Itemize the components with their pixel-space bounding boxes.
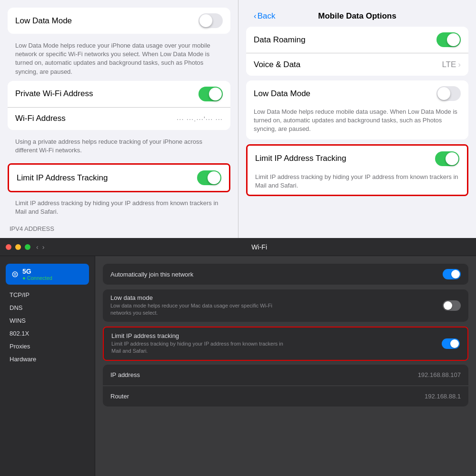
mac-minimize-button[interactable]: [15, 244, 21, 250]
mac-sidebar-item-8021x[interactable]: 802.1X: [0, 327, 95, 340]
ios-right-data-roaming-toggle-thumb: [447, 33, 460, 46]
ios-left-low-data-toggle[interactable]: [198, 13, 223, 28]
ios-left-wifi-address-row: Wi-Fi Address ··· ···.···'··· ···: [8, 107, 230, 130]
ios-right-low-data-toggle[interactable]: [436, 86, 461, 101]
ios-right-limit-ip-label: Limit IP Address Tracking: [255, 154, 347, 163]
mac-limit-ip-content: Limit IP address tracking Limit IP addre…: [111, 332, 436, 355]
mac-router-value: 192.168.88.1: [425, 393, 461, 400]
mac-low-data-toggle[interactable]: [443, 300, 461, 311]
mac-auto-join-row[interactable]: Automatically join this network: [103, 264, 468, 285]
ios-left-wifi-address-label: Wi-Fi Address: [15, 114, 66, 123]
ios-right-low-data-desc: Low Data Mode helps reduce mobile data u…: [254, 108, 461, 134]
mac-sidebar-item-tcpip[interactable]: TCP/IP: [0, 288, 95, 301]
ios-right-data-roaming-label: Data Roaming: [254, 35, 306, 45]
ios-right-lte-value: LTE: [442, 60, 456, 69]
ios-left-private-wifi-row[interactable]: Private Wi-Fi Address: [8, 81, 230, 107]
ios-right-low-data-toggle-thumb: [437, 87, 450, 100]
mac-ip-address-label: IP address: [110, 371, 140, 378]
ios-left-wifi-address-value: ··· ···.···'··· ···: [177, 115, 223, 123]
ios-left-panel: Low Data Mode Low Data Mode helps reduce…: [0, 0, 238, 238]
mac-auto-join-label: Automatically join this network: [110, 271, 443, 278]
ios-left-limit-ip-toggle[interactable]: [197, 170, 221, 185]
ios-right-low-data-label: Low Data Mode: [254, 89, 310, 99]
ios-left-low-data-label: Low Data Mode: [15, 16, 72, 26]
ios-right-back-button[interactable]: ‹ Back: [254, 11, 275, 21]
mac-network-name: 5G: [22, 268, 52, 275]
ios-left-low-data-row[interactable]: Low Data Mode: [8, 8, 230, 34]
mac-ip-address-row: IP address 192.168.88.107: [103, 365, 468, 386]
ios-left-low-data-toggle-thumb: [199, 14, 212, 27]
mac-low-data-sublabel: Low data mode helps reduce your Mac data…: [110, 302, 291, 317]
mac-low-data-toggle-thumb: [444, 301, 452, 310]
mac-router-label: Router: [110, 393, 129, 400]
mac-network-item-5g[interactable]: ⊜ 5G ● Connected: [6, 264, 89, 285]
mac-ip-address-value: 192.168.88.107: [418, 371, 461, 378]
mac-nav-arrows: ‹ ›: [36, 243, 44, 251]
ios-right-data-card: Data Roaming Voice & Data LTE ›: [246, 27, 468, 76]
mac-limit-ip-row[interactable]: Limit IP address tracking Limit IP addre…: [104, 327, 467, 360]
ios-left-limit-ip-label: Limit IP Address Tracking: [17, 173, 108, 183]
mac-limit-ip-highlight: Limit IP address tracking Limit IP addre…: [103, 327, 468, 361]
ios-right-nav-header: ‹ Back Mobile Data Options: [246, 8, 468, 27]
mac-network-info: 5G ● Connected: [22, 268, 52, 281]
mac-network-status: ● Connected: [22, 275, 52, 281]
ios-left-private-wifi-toggle-thumb: [209, 88, 222, 100]
mac-forward-arrow-icon[interactable]: ›: [42, 243, 45, 251]
mac-auto-join-card: Automatically join this network: [103, 264, 468, 285]
mac-limit-ip-toggle-thumb: [450, 339, 459, 348]
mac-window-title: Wi-Fi: [48, 243, 470, 251]
ios-left-wifi-desc: Using a private address helps reduce tra…: [8, 135, 230, 159]
ios-left-low-data-desc: Low Data Mode helps reduce your iPhone d…: [8, 39, 230, 81]
mac-router-row: Router 192.168.88.1: [103, 386, 468, 407]
mac-traffic-lights: [6, 244, 30, 250]
ios-right-low-data-row[interactable]: Low Data Mode: [246, 80, 468, 107]
ios-right-limit-ip-toggle[interactable]: [435, 151, 459, 166]
ios-right-low-data-card: Low Data Mode Low Data Mode helps reduce…: [246, 80, 468, 139]
ios-right-limit-ip-highlight: Limit IP Address Tracking Limit IP addre…: [246, 144, 468, 196]
ios-right-limit-ip-row[interactable]: Limit IP Address Tracking: [248, 146, 467, 172]
ios-left-ipv4-header: IPV4 ADDRESS: [8, 221, 230, 232]
ios-left-limit-ip-desc: Limit IP address tracking by hiding your…: [8, 196, 230, 221]
mac-low-data-label: Low data mode: [110, 294, 437, 301]
ios-right-limit-ip-desc: Limit IP address tracking by hiding your…: [255, 173, 459, 190]
mac-limit-ip-sublabel: Limit IP address tracking by hiding your…: [111, 340, 292, 355]
mac-limit-ip-toggle[interactable]: [442, 338, 460, 349]
mac-body: ⊜ 5G ● Connected TCP/IP DNS WINS 802.1X …: [0, 256, 476, 476]
wifi-icon: ⊜: [11, 269, 19, 279]
ios-right-voice-data-value: LTE ›: [442, 60, 461, 69]
ios-left-limit-ip-toggle-thumb: [208, 171, 220, 184]
ios-right-voice-data-label: Voice & Data: [254, 60, 300, 69]
mac-low-data-content: Low data mode Low data mode helps reduce…: [110, 294, 437, 317]
mac-back-arrow-icon[interactable]: ‹: [36, 243, 39, 251]
ios-right-data-roaming-row[interactable]: Data Roaming: [246, 27, 468, 53]
ios-left-wifi-card: Private Wi-Fi Address Wi-Fi Address ··· …: [8, 81, 230, 130]
ios-left-limit-ip-highlight: Limit IP Address Tracking: [8, 163, 230, 192]
mac-auto-join-toggle-thumb: [451, 270, 460, 278]
ios-right-limit-ip-toggle-thumb: [446, 152, 458, 165]
mac-sidebar: ⊜ 5G ● Connected TCP/IP DNS WINS 802.1X …: [0, 256, 95, 476]
chevron-right-icon: ›: [458, 60, 461, 69]
mac-sidebar-item-proxies[interactable]: Proxies: [0, 340, 95, 353]
mac-sidebar-item-wins[interactable]: WINS: [0, 314, 95, 327]
ios-left-low-data-card: Low Data Mode: [8, 8, 230, 34]
ios-right-back-label: Back: [258, 11, 276, 21]
mac-limit-ip-card: Limit IP address tracking Limit IP addre…: [104, 327, 467, 360]
mac-low-data-row[interactable]: Low data mode Low data mode helps reduce…: [103, 289, 468, 322]
mac-ip-card: IP address 192.168.88.107 Router 192.168…: [103, 365, 468, 407]
mac-main-content: Automatically join this network Low data…: [95, 256, 476, 476]
ios-left-private-wifi-label: Private Wi-Fi Address: [15, 89, 93, 99]
ios-right-title: Mobile Data Options: [318, 11, 396, 21]
mac-auto-join-toggle[interactable]: [443, 269, 461, 279]
ios-left-private-wifi-toggle[interactable]: [198, 87, 223, 101]
mac-auto-join-content: Automatically join this network: [110, 271, 443, 278]
mac-sidebar-item-hardware[interactable]: Hardware: [0, 353, 95, 366]
mac-limit-ip-label: Limit IP address tracking: [111, 332, 436, 339]
chevron-left-icon: ‹: [254, 11, 257, 21]
mac-titlebar: ‹ › Wi-Fi: [0, 238, 476, 256]
ios-right-voice-data-row[interactable]: Voice & Data LTE ›: [246, 53, 468, 76]
ios-right-data-roaming-toggle[interactable]: [436, 32, 461, 47]
mac-sidebar-item-dns[interactable]: DNS: [0, 301, 95, 314]
ios-left-limit-ip-row[interactable]: Limit IP Address Tracking: [9, 165, 229, 191]
mac-fullscreen-button[interactable]: [25, 244, 30, 250]
mac-close-button[interactable]: [6, 244, 11, 250]
